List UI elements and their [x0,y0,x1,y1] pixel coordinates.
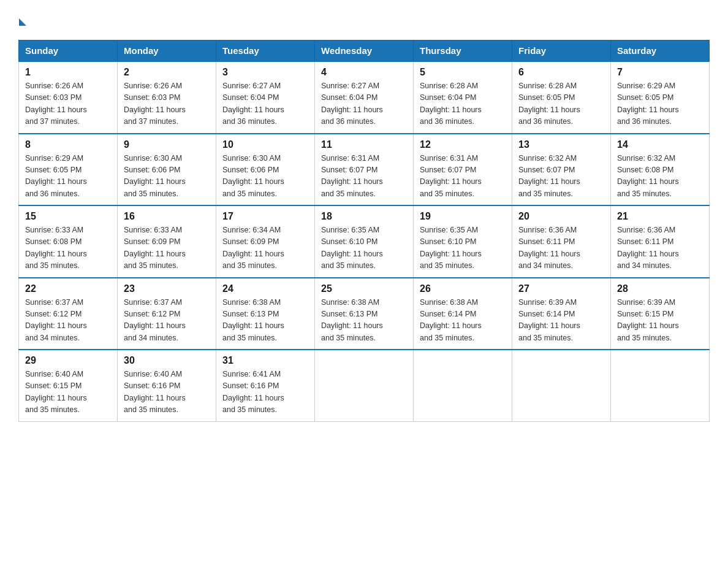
calendar-cell: 4Sunrise: 6:27 AM Sunset: 6:04 PM Daylig… [315,61,414,134]
day-info: Sunrise: 6:38 AM Sunset: 6:13 PM Dayligh… [222,297,308,345]
day-info: Sunrise: 6:40 AM Sunset: 6:16 PM Dayligh… [124,369,210,416]
calendar-cell: 12Sunrise: 6:31 AM Sunset: 6:07 PM Dayli… [414,134,512,206]
day-number: 8 [25,139,111,150]
day-info: Sunrise: 6:35 AM Sunset: 6:10 PM Dayligh… [420,224,506,272]
calendar-cell [414,350,512,421]
day-number: 14 [617,139,703,150]
calendar-cell [315,350,414,421]
calendar-cell: 6Sunrise: 6:28 AM Sunset: 6:05 PM Daylig… [512,61,611,134]
day-info: Sunrise: 6:30 AM Sunset: 6:06 PM Dayligh… [124,153,210,201]
day-number: 4 [321,67,407,78]
day-number: 28 [617,283,703,294]
day-number: 26 [420,283,506,294]
calendar-cell: 27Sunrise: 6:39 AM Sunset: 6:14 PM Dayli… [512,278,611,350]
calendar-cell: 3Sunrise: 6:27 AM Sunset: 6:04 PM Daylig… [216,61,315,134]
calendar-cell: 8Sunrise: 6:29 AM Sunset: 6:05 PM Daylig… [19,134,118,206]
calendar-cell: 18Sunrise: 6:35 AM Sunset: 6:10 PM Dayli… [315,205,414,278]
day-info: Sunrise: 6:32 AM Sunset: 6:08 PM Dayligh… [617,153,703,201]
logo [18,12,27,29]
day-info: Sunrise: 6:31 AM Sunset: 6:07 PM Dayligh… [321,153,407,201]
day-info: Sunrise: 6:35 AM Sunset: 6:10 PM Dayligh… [321,224,407,272]
day-number: 18 [321,211,407,222]
day-info: Sunrise: 6:31 AM Sunset: 6:07 PM Dayligh… [420,153,506,201]
day-info: Sunrise: 6:27 AM Sunset: 6:04 PM Dayligh… [321,80,407,128]
day-number: 20 [518,211,604,222]
day-info: Sunrise: 6:38 AM Sunset: 6:14 PM Dayligh… [420,297,506,345]
day-number: 5 [420,67,506,78]
day-number: 16 [124,211,210,222]
week-row-5: 29Sunrise: 6:40 AM Sunset: 6:15 PM Dayli… [19,350,710,421]
calendar-cell: 14Sunrise: 6:32 AM Sunset: 6:08 PM Dayli… [611,134,710,206]
day-info: Sunrise: 6:28 AM Sunset: 6:05 PM Dayligh… [518,80,604,128]
calendar-cell: 11Sunrise: 6:31 AM Sunset: 6:07 PM Dayli… [315,134,414,206]
calendar-cell: 15Sunrise: 6:33 AM Sunset: 6:08 PM Dayli… [19,205,118,278]
day-info: Sunrise: 6:33 AM Sunset: 6:08 PM Dayligh… [25,224,111,272]
day-number: 13 [518,139,604,150]
header-wednesday: Wednesday [315,40,414,62]
day-number: 10 [222,139,308,150]
calendar-cell: 22Sunrise: 6:37 AM Sunset: 6:12 PM Dayli… [19,278,118,350]
day-number: 2 [124,67,210,78]
day-number: 7 [617,67,703,78]
day-info: Sunrise: 6:30 AM Sunset: 6:06 PM Dayligh… [222,153,308,201]
day-info: Sunrise: 6:39 AM Sunset: 6:15 PM Dayligh… [617,297,703,345]
day-number: 21 [617,211,703,222]
header-monday: Monday [118,40,216,62]
day-number: 1 [25,67,111,78]
calendar-cell [512,350,611,421]
calendar-header-row: SundayMondayTuesdayWednesdayThursdayFrid… [19,40,710,62]
day-number: 11 [321,139,407,150]
day-info: Sunrise: 6:40 AM Sunset: 6:15 PM Dayligh… [25,369,111,416]
day-info: Sunrise: 6:33 AM Sunset: 6:09 PM Dayligh… [124,224,210,272]
day-number: 25 [321,283,407,294]
day-number: 15 [25,211,111,222]
calendar-cell: 21Sunrise: 6:36 AM Sunset: 6:11 PM Dayli… [611,205,710,278]
header-friday: Friday [512,40,611,62]
week-row-3: 15Sunrise: 6:33 AM Sunset: 6:08 PM Dayli… [19,205,710,278]
calendar-cell: 20Sunrise: 6:36 AM Sunset: 6:11 PM Dayli… [512,205,611,278]
page-header [18,12,710,29]
day-info: Sunrise: 6:36 AM Sunset: 6:11 PM Dayligh… [518,224,604,272]
day-info: Sunrise: 6:38 AM Sunset: 6:13 PM Dayligh… [321,297,407,345]
header-tuesday: Tuesday [216,40,315,62]
calendar-cell: 10Sunrise: 6:30 AM Sunset: 6:06 PM Dayli… [216,134,315,206]
calendar-table: SundayMondayTuesdayWednesdayThursdayFrid… [18,40,710,422]
day-info: Sunrise: 6:27 AM Sunset: 6:04 PM Dayligh… [222,80,308,128]
day-number: 27 [518,283,604,294]
day-number: 3 [222,67,308,78]
day-info: Sunrise: 6:36 AM Sunset: 6:11 PM Dayligh… [617,224,703,272]
day-number: 31 [222,355,308,366]
day-number: 6 [518,67,604,78]
calendar-cell: 31Sunrise: 6:41 AM Sunset: 6:16 PM Dayli… [216,350,315,421]
calendar-cell: 30Sunrise: 6:40 AM Sunset: 6:16 PM Dayli… [118,350,216,421]
day-info: Sunrise: 6:28 AM Sunset: 6:04 PM Dayligh… [420,80,506,128]
calendar-cell: 24Sunrise: 6:38 AM Sunset: 6:13 PM Dayli… [216,278,315,350]
header-thursday: Thursday [414,40,512,62]
logo-triangle-icon [19,18,26,26]
calendar-cell: 13Sunrise: 6:32 AM Sunset: 6:07 PM Dayli… [512,134,611,206]
week-row-1: 1Sunrise: 6:26 AM Sunset: 6:03 PM Daylig… [19,61,710,134]
week-row-4: 22Sunrise: 6:37 AM Sunset: 6:12 PM Dayli… [19,278,710,350]
day-number: 24 [222,283,308,294]
week-row-2: 8Sunrise: 6:29 AM Sunset: 6:05 PM Daylig… [19,134,710,206]
calendar-cell [611,350,710,421]
day-info: Sunrise: 6:26 AM Sunset: 6:03 PM Dayligh… [25,80,111,128]
day-info: Sunrise: 6:37 AM Sunset: 6:12 PM Dayligh… [124,297,210,345]
day-number: 23 [124,283,210,294]
day-info: Sunrise: 6:26 AM Sunset: 6:03 PM Dayligh… [124,80,210,128]
day-number: 19 [420,211,506,222]
calendar-cell: 9Sunrise: 6:30 AM Sunset: 6:06 PM Daylig… [118,134,216,206]
calendar-cell: 23Sunrise: 6:37 AM Sunset: 6:12 PM Dayli… [118,278,216,350]
calendar-cell: 16Sunrise: 6:33 AM Sunset: 6:09 PM Dayli… [118,205,216,278]
day-number: 30 [124,355,210,366]
day-number: 29 [25,355,111,366]
calendar-cell: 26Sunrise: 6:38 AM Sunset: 6:14 PM Dayli… [414,278,512,350]
day-info: Sunrise: 6:29 AM Sunset: 6:05 PM Dayligh… [617,80,703,128]
calendar-cell: 17Sunrise: 6:34 AM Sunset: 6:09 PM Dayli… [216,205,315,278]
calendar-cell: 19Sunrise: 6:35 AM Sunset: 6:10 PM Dayli… [414,205,512,278]
calendar-cell: 28Sunrise: 6:39 AM Sunset: 6:15 PM Dayli… [611,278,710,350]
day-info: Sunrise: 6:34 AM Sunset: 6:09 PM Dayligh… [222,224,308,272]
calendar-cell: 25Sunrise: 6:38 AM Sunset: 6:13 PM Dayli… [315,278,414,350]
calendar-cell: 1Sunrise: 6:26 AM Sunset: 6:03 PM Daylig… [19,61,118,134]
header-saturday: Saturday [611,40,710,62]
